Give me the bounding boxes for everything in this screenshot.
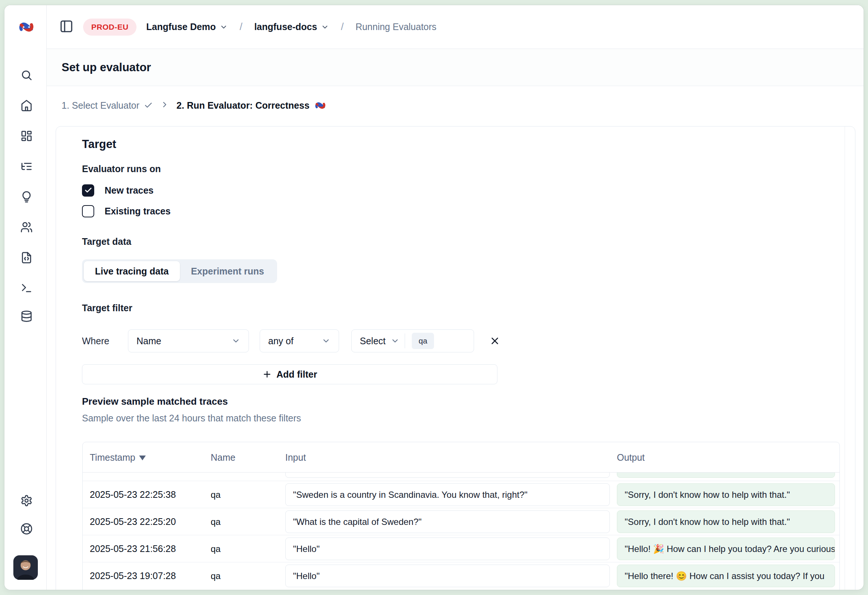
topbar: PROD-EU Langfuse Demo / langfuse-docs / … <box>47 5 864 49</box>
cell-name: qa <box>211 481 221 508</box>
filter-value-select[interactable]: Select qa <box>351 329 474 352</box>
evaluator-logo-icon <box>314 100 326 111</box>
lightbulb-icon[interactable] <box>18 188 35 205</box>
filter-row: Where Name any of Select qa <box>82 329 502 352</box>
users-icon[interactable] <box>18 218 35 236</box>
preview-subheading: Sample over the last 24 hours that match… <box>82 413 301 424</box>
filter-column-select[interactable]: Name <box>128 329 249 352</box>
checkbox-new-traces[interactable]: New traces <box>82 184 154 196</box>
page-header: Set up evaluator <box>47 49 864 86</box>
cell-output[interactable]: "Hello! 🎉 How can I help you today? Are … <box>617 537 835 560</box>
support-lifebuoy-icon[interactable] <box>18 520 35 537</box>
sort-desc-icon <box>139 456 146 460</box>
cell-output[interactable]: "Sorry, I don't know how to help with th… <box>617 511 835 533</box>
output-cell-fragment <box>617 472 835 478</box>
chevron-right-icon <box>160 100 169 111</box>
cell-name: qa <box>211 535 221 563</box>
cell-input[interactable]: "Sweden is a country in Scandinavia. You… <box>285 483 610 506</box>
cell-timestamp: 2025-05-23 21:56:28 <box>90 535 176 563</box>
divider <box>405 334 405 348</box>
breadcrumb-project[interactable]: langfuse-docs <box>254 22 329 32</box>
preview-table: Timestamp Name Input Output 2025-05-23 2… <box>82 442 840 590</box>
chevron-down-icon <box>321 23 329 31</box>
tab-live-tracing-data[interactable]: Live tracing data <box>84 261 180 281</box>
x-icon <box>489 335 500 347</box>
tab-experiment-runs[interactable]: Experiment runs <box>180 261 275 281</box>
dashboard-icon[interactable] <box>18 127 35 145</box>
column-header-input: Input <box>285 442 306 472</box>
column-header-name: Name <box>211 442 236 472</box>
cell-input[interactable]: "What is the capital of Sweden?" <box>285 511 610 533</box>
breadcrumb-separator: / <box>339 21 346 32</box>
partially-scrolled-row <box>83 472 840 481</box>
wizard-steps: 1. Select Evaluator 2. Run Evaluator: Co… <box>62 86 326 125</box>
checkbox-unchecked-icon[interactable] <box>82 205 94 217</box>
column-header-timestamp[interactable]: Timestamp <box>90 442 146 472</box>
check-icon <box>144 101 153 110</box>
target-card: Target Evaluator runs on New traces Exis… <box>56 126 855 590</box>
target-data-label: Target data <box>82 236 131 247</box>
plus-icon <box>262 369 272 379</box>
chevron-down-icon <box>391 337 400 345</box>
filter-where-label: Where <box>82 336 128 347</box>
cell-input[interactable]: "Hello" <box>285 565 610 587</box>
home-icon[interactable] <box>18 96 35 114</box>
step-run-evaluator: 2. Run Evaluator: Correctness <box>177 100 326 111</box>
cell-timestamp: 2025-05-23 22:25:20 <box>90 508 176 535</box>
search-icon[interactable] <box>18 66 35 84</box>
chevron-down-icon <box>232 337 241 345</box>
user-avatar[interactable] <box>13 555 38 580</box>
page-title: Set up evaluator <box>62 61 151 74</box>
filter-value-chip[interactable]: qa <box>412 333 434 349</box>
app-window: PROD-EU Langfuse Demo / langfuse-docs / … <box>4 5 864 590</box>
cell-output[interactable]: "Sorry, I don't know how to help with th… <box>617 483 835 506</box>
checkbox-checked-icon[interactable] <box>82 185 94 196</box>
runs-on-label: Evaluator runs on <box>82 164 161 174</box>
langfuse-logo-icon[interactable] <box>18 19 35 35</box>
scroll-rail[interactable] <box>844 127 845 590</box>
tracing-tree-icon[interactable] <box>18 157 35 175</box>
cell-name: qa <box>211 563 221 589</box>
target-heading: Target <box>82 137 116 151</box>
cell-timestamp: 2025-05-23 19:07:28 <box>90 563 176 589</box>
settings-gear-icon[interactable] <box>18 492 35 509</box>
breadcrumb-org[interactable]: Langfuse Demo <box>146 22 228 32</box>
cell-input[interactable]: "Hello" <box>285 537 610 560</box>
table-header: Timestamp Name Input Output <box>83 442 840 472</box>
chevron-down-icon <box>322 337 331 345</box>
input-cell-fragment <box>285 472 610 478</box>
target-filter-label: Target filter <box>82 303 133 313</box>
target-data-tabs: Live tracing data Experiment runs <box>82 259 277 283</box>
environment-badge[interactable]: PROD-EU <box>83 19 136 35</box>
table-row[interactable]: 2025-05-23 19:07:28 qa "Hello" "Hello th… <box>83 563 840 589</box>
checkbox-existing-traces[interactable]: Existing traces <box>82 205 171 217</box>
preview-table-body: 2025-05-23 22:25:38 qa "Sweden is a coun… <box>83 481 840 589</box>
database-icon[interactable] <box>18 307 35 325</box>
table-row[interactable]: 2025-05-23 21:56:28 qa "Hello" "Hello! 🎉… <box>83 535 840 563</box>
cell-timestamp: 2025-05-23 22:25:38 <box>90 481 176 508</box>
sidebar <box>4 5 47 590</box>
column-header-output: Output <box>617 442 645 472</box>
terminal-icon[interactable] <box>18 279 35 297</box>
breadcrumb-current: Running Evaluators <box>355 22 436 32</box>
file-code-icon[interactable] <box>18 248 35 266</box>
sidebar-toggle-icon[interactable] <box>59 19 74 35</box>
cell-name: qa <box>211 508 221 535</box>
step-select-evaluator[interactable]: 1. Select Evaluator <box>62 100 153 111</box>
table-row[interactable]: 2025-05-23 22:25:20 qa "What is the capi… <box>83 508 840 535</box>
preview-heading: Preview sample matched traces <box>82 396 228 407</box>
add-filter-button[interactable]: Add filter <box>82 364 497 384</box>
remove-filter-button[interactable] <box>487 334 502 348</box>
cell-output[interactable]: "Hello there! 😊 How can I assist you tod… <box>617 565 835 587</box>
breadcrumb-separator: / <box>238 21 245 32</box>
table-row[interactable]: 2025-05-23 22:25:38 qa "Sweden is a coun… <box>83 481 840 508</box>
filter-operator-select[interactable]: any of <box>260 329 339 352</box>
chevron-down-icon <box>220 23 228 31</box>
